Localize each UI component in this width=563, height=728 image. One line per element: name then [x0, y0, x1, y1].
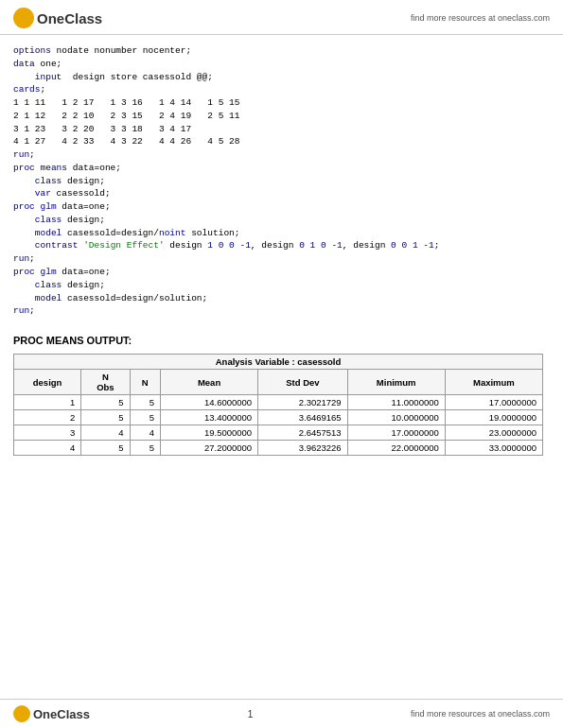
code-line: run; [13, 304, 550, 318]
table-cell: 23.0000000 [445, 425, 542, 441]
table-cell: 33.0000000 [445, 441, 542, 456]
table-cell: 14.6000000 [160, 395, 257, 410]
code-line: 1 1 11 1 2 17 1 3 16 1 4 14 1 5 15 [13, 96, 550, 110]
code-line: run; [13, 148, 550, 162]
output-label: PROC MEANS OUTPUT: [13, 335, 550, 346]
table-cell: 5 [81, 410, 130, 425]
table-merged-header: Analysis Variable : casessold [14, 355, 543, 370]
code-line: run; [13, 252, 550, 266]
table-cell: 2 [14, 410, 81, 425]
header-logo: OneClass [13, 8, 102, 28]
header-tagline: find more resources at oneclass.com [411, 13, 550, 23]
logo-circle-icon [13, 8, 34, 28]
code-line: 3 1 23 3 2 20 3 3 18 3 4 17 [13, 123, 550, 136]
table-cell: 11.0000000 [347, 395, 445, 410]
table-cell: 4 [81, 425, 130, 441]
table-cell: 22.0000000 [347, 441, 445, 456]
table-cell: 2.6457513 [258, 425, 348, 441]
footer-tagline: find more resources at oneclass.com [411, 709, 550, 719]
code-line: class design; [13, 175, 550, 188]
page-footer: OneClass 1 find more resources at onecla… [0, 699, 563, 728]
footer-page-number: 1 [248, 709, 254, 719]
table-row: 45527.20000003.962322622.000000033.00000… [14, 441, 543, 456]
code-block: options nodate nonumber nocenter; data o… [13, 44, 550, 318]
code-line: options nodate nonumber nocenter; [13, 44, 550, 58]
code-line: 4 1 27 4 2 33 4 3 22 4 4 26 4 5 28 [13, 135, 550, 148]
table-cell: 17.0000000 [347, 425, 445, 441]
table-cell: 3 [14, 425, 81, 441]
col-header-design: design [14, 370, 81, 395]
table-cell: 4 [14, 441, 81, 456]
page-header: OneClass find more resources at oneclass… [0, 0, 563, 35]
code-line: class design; [13, 214, 550, 227]
main-content: options nodate nonumber nocenter; data o… [0, 35, 563, 512]
table-cell: 5 [81, 395, 130, 410]
code-line: proc means data=one; [13, 162, 550, 175]
col-header-maximum: Maximum [445, 370, 542, 395]
table-cell: 1 [14, 395, 81, 410]
col-header-nobs: NObs [81, 370, 130, 395]
col-header-mean: Mean [160, 370, 257, 395]
code-line: model casessold=design/solution; [13, 292, 550, 305]
table-cell: 5 [130, 395, 160, 410]
logo-text: OneClass [37, 10, 102, 26]
code-line: data one; [13, 58, 550, 71]
col-header-stddev: Std Dev [258, 370, 348, 395]
table-row: 15514.60000002.302172911.000000017.00000… [14, 395, 543, 410]
table-cell: 3.6469165 [258, 410, 348, 425]
code-line: class design; [13, 279, 550, 292]
table-cell: 19.5000000 [160, 425, 257, 441]
table-row: 34419.50000002.645751317.000000023.00000… [14, 425, 543, 441]
col-header-minimum: Minimum [347, 370, 445, 395]
table-merged-header-row: Analysis Variable : casessold [14, 355, 543, 370]
table-cell: 10.0000000 [347, 410, 445, 425]
code-line: var casessold; [13, 187, 550, 200]
footer-logo: OneClass [13, 705, 90, 722]
means-table: Analysis Variable : casessold design NOb… [13, 354, 543, 456]
table-cell: 5 [130, 410, 160, 425]
table-cell: 27.2000000 [160, 441, 257, 456]
table-cell: 13.4000000 [160, 410, 257, 425]
table-cell: 3.9623226 [258, 441, 348, 456]
code-line: 2 1 12 2 2 10 2 3 15 2 4 19 2 5 11 [13, 110, 550, 123]
table-column-header-row: design NObs N Mean Std Dev Minimum Maxim… [14, 370, 543, 395]
table-row: 25513.40000003.646916510.000000019.00000… [14, 410, 543, 425]
table-cell: 5 [130, 441, 160, 456]
table-cell: 4 [130, 425, 160, 441]
footer-logo-circle-icon [13, 705, 30, 722]
col-header-n: N [130, 370, 160, 395]
code-line: proc glm data=one; [13, 200, 550, 214]
code-line: input design store casessold @@; [13, 71, 550, 84]
code-line: model casessold=design/noint solution; [13, 227, 550, 240]
table-cell: 5 [81, 441, 130, 456]
table-cell: 2.3021729 [258, 395, 348, 410]
code-line: cards; [13, 83, 550, 96]
table-cell: 17.0000000 [445, 395, 542, 410]
code-line: proc glm data=one; [13, 266, 550, 279]
footer-logo-text: OneClass [33, 707, 90, 721]
table-cell: 19.0000000 [445, 410, 542, 425]
code-line: contrast 'Design Effect' design 1 0 0 -1… [13, 239, 550, 252]
